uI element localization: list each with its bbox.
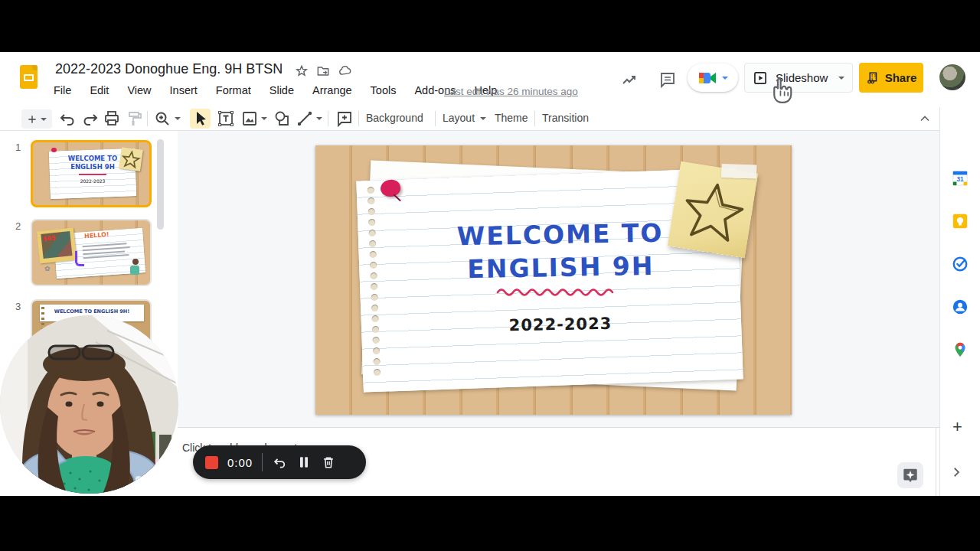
slide-canvas-area[interactable]: WELCOME TO ENGLISH 9H 2022-2023 <box>178 131 939 427</box>
explore-button[interactable] <box>897 462 923 488</box>
thumb2-doodle: ✿ <box>44 265 51 272</box>
insert-comment-icon[interactable] <box>335 109 354 128</box>
google-calendar-icon[interactable]: 31 <box>952 170 969 187</box>
zoom-icon[interactable] <box>153 109 172 128</box>
meet-dropdown-caret <box>722 77 728 80</box>
insert-image-icon[interactable] <box>240 109 259 128</box>
slide-thumbnail-2[interactable]: HELLO! $65 ✿ <box>31 219 152 286</box>
document-title[interactable]: 2022-2023 Donoghue Eng. 9H BTSN <box>55 61 283 77</box>
menu-view[interactable]: View <box>127 84 151 96</box>
new-slide-button[interactable] <box>21 109 52 129</box>
theme-button[interactable]: Theme <box>495 112 528 124</box>
redo-icon[interactable] <box>81 109 100 128</box>
google-meet-icon <box>698 70 718 86</box>
sticky-note <box>668 161 758 259</box>
thumb2-envelope: $65 <box>37 228 77 264</box>
layout-caret[interactable] <box>480 117 486 120</box>
current-slide[interactable]: WELCOME TO ENGLISH 9H 2022-2023 <box>315 145 792 415</box>
share-button[interactable]: Share <box>859 63 923 93</box>
google-contacts-icon[interactable] <box>952 298 969 315</box>
slide-thumbnail-1[interactable]: WELCOME TOENGLISH 9H 2022-2023 <box>31 140 152 207</box>
transition-button[interactable]: Transition <box>542 112 589 124</box>
thumb1-sticky-note <box>119 147 143 171</box>
comment-history-icon[interactable] <box>658 70 677 89</box>
side-panel-expand-icon[interactable] <box>949 465 963 479</box>
last-edit-link[interactable]: Last edit was 26 minutes ago <box>444 86 578 97</box>
thumb1-subtitle: 2022-2023 <box>50 178 136 184</box>
slides-logo-icon[interactable] <box>20 65 38 89</box>
toolbar-separator <box>147 111 148 126</box>
google-tasks-icon[interactable] <box>952 256 969 272</box>
activity-dashboard-icon[interactable] <box>620 70 639 89</box>
share-domain-icon <box>866 71 880 85</box>
slideshow-button[interactable]: Slideshow <box>744 63 853 93</box>
line-tool-icon[interactable] <box>296 109 314 128</box>
webcam-video <box>0 315 178 494</box>
zoom-caret[interactable] <box>175 117 181 120</box>
new-slide-caret[interactable] <box>41 118 47 121</box>
slide-title-text[interactable]: WELCOME TO ENGLISH 9H <box>407 216 714 287</box>
background-button[interactable]: Background <box>366 112 423 124</box>
header: 2022-2023 Donoghue Eng. 9H BTSN File Edi… <box>0 52 980 107</box>
text-box-icon[interactable] <box>217 109 235 128</box>
print-icon[interactable] <box>103 109 121 128</box>
filmstrip-scrollbar[interactable] <box>157 139 164 230</box>
menu-tools[interactable]: Tools <box>371 84 397 96</box>
svg-text:31: 31 <box>956 176 964 183</box>
collapse-toolbar-icon[interactable] <box>917 111 933 126</box>
account-avatar[interactable] <box>939 64 965 90</box>
thumb2-bitmoji <box>130 259 141 276</box>
thumb-number-2: 2 <box>15 220 21 232</box>
toolbar: Background Layout Theme Transition <box>0 107 939 131</box>
letterbox-bottom <box>0 496 980 551</box>
thumb2-squiggle <box>75 251 84 266</box>
select-tool-icon[interactable] <box>191 109 210 128</box>
undo-icon[interactable] <box>58 109 77 128</box>
share-label: Share <box>885 71 917 84</box>
star-doodle <box>675 173 752 253</box>
plus-icon <box>27 114 38 125</box>
paint-format-icon[interactable] <box>126 109 144 128</box>
webcam-overlay[interactable] <box>0 315 178 494</box>
google-maps-icon[interactable] <box>952 341 969 358</box>
notes-divider <box>936 428 936 497</box>
layout-button[interactable]: Layout <box>443 112 475 124</box>
paper-holes <box>368 187 381 376</box>
tape <box>721 164 757 179</box>
explore-icon <box>902 467 919 484</box>
menubar: File Edit View Insert Format Slide Arran… <box>54 84 497 96</box>
side-panel: 31 + <box>939 107 980 496</box>
stop-recording-button[interactable] <box>205 456 218 469</box>
shape-icon[interactable] <box>273 109 291 128</box>
star-icon[interactable] <box>294 64 309 79</box>
menu-insert[interactable]: Insert <box>170 84 198 96</box>
google-keep-icon[interactable] <box>952 213 969 230</box>
menu-arrange[interactable]: Arrange <box>312 84 352 96</box>
recording-timer: 0:00 <box>227 456 253 469</box>
slideshow-play-icon <box>753 70 768 86</box>
menu-file[interactable]: File <box>54 84 71 96</box>
thumb-number-3: 3 <box>15 301 21 312</box>
slideshow-dropdown-caret[interactable] <box>838 77 844 80</box>
cloud-saved-icon[interactable] <box>338 64 353 79</box>
delete-recording-icon[interactable] <box>321 455 336 470</box>
pause-recording-icon[interactable] <box>296 455 312 470</box>
meet-button[interactable] <box>688 64 738 92</box>
google-slides-app: 2022-2023 Donoghue Eng. 9H BTSN File Edi… <box>0 52 980 496</box>
thumb-number-1: 1 <box>15 142 21 153</box>
insert-image-caret[interactable] <box>261 117 267 120</box>
toolbar-separator <box>435 111 436 126</box>
thumb1-pin <box>51 148 57 152</box>
get-addons-button[interactable]: + <box>952 417 962 437</box>
menu-format[interactable]: Format <box>216 84 251 96</box>
screen: 2022-2023 Donoghue Eng. 9H BTSN File Edi… <box>0 0 980 551</box>
toolbar-separator <box>328 111 328 126</box>
thumb3-title: WELCOME TO ENGLISH 9H! <box>40 308 144 315</box>
menu-edit[interactable]: Edit <box>90 84 109 96</box>
thumb2-textlines <box>82 240 132 261</box>
menu-slide[interactable]: Slide <box>270 84 294 96</box>
letterbox-top <box>0 0 980 52</box>
line-tool-caret[interactable] <box>316 117 322 120</box>
move-folder-icon[interactable] <box>315 64 331 79</box>
restart-recording-icon[interactable] <box>272 455 287 470</box>
